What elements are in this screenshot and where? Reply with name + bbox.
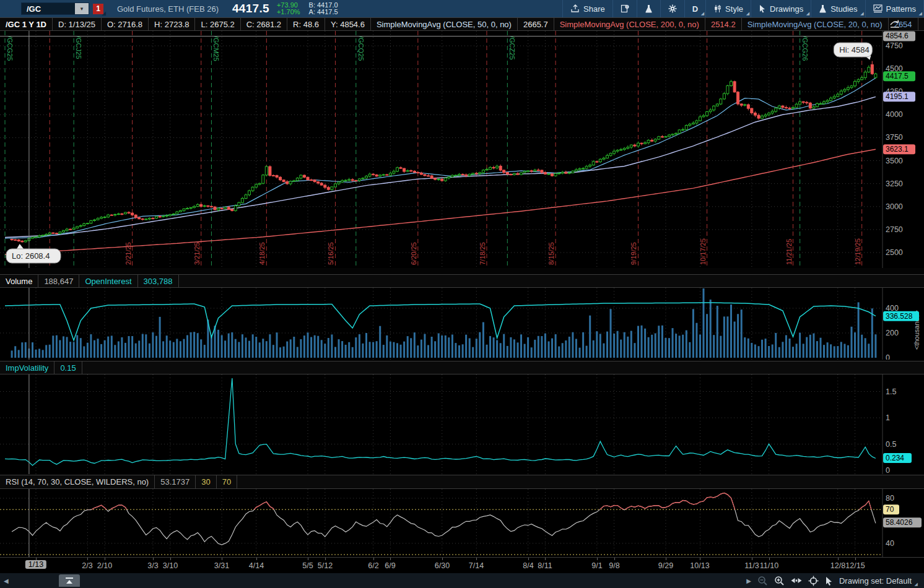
candle — [799, 102, 801, 104]
volume-bar — [183, 339, 185, 358]
pointer-icon[interactable] — [825, 576, 833, 586]
report-button[interactable]: ! — [612, 0, 637, 17]
volume-header-cell[interactable]: Volume — [0, 275, 38, 287]
candle — [310, 180, 313, 181]
zoom-in-icon[interactable] — [774, 576, 785, 586]
candle — [572, 171, 574, 173]
rsi-svg[interactable]: 80407058.4026 — [0, 489, 924, 557]
drawings-button[interactable]: Drawings◢ — [751, 0, 811, 17]
volume-bar — [52, 335, 54, 358]
volume-bar — [49, 345, 51, 358]
impvol-header-cell[interactable]: ImpVolatility — [0, 361, 54, 374]
volume-bar — [686, 331, 687, 358]
symbol-text[interactable]: /GC — [22, 4, 75, 14]
main-chart-svg[interactable]: /GCG25/GCJ25/GCM25/GCQ25/GCZ25/GCG262/21… — [0, 31, 924, 268]
candle — [341, 181, 344, 182]
volume-bar — [641, 326, 643, 358]
volume-bar — [661, 326, 663, 358]
candle — [14, 240, 17, 240]
volume-bar — [517, 342, 519, 358]
rsi-chart[interactable]: 80407058.4026 — [0, 489, 924, 557]
symbol-input[interactable]: /GC ▾ — [21, 2, 89, 15]
time-tick — [752, 558, 752, 560]
volume-bar — [843, 344, 845, 358]
volume-bar — [637, 326, 639, 358]
volume-bar — [713, 335, 715, 358]
timeframe-button[interactable]: D◢ — [684, 0, 705, 17]
volume-bar — [840, 342, 842, 358]
settings-button[interactable] — [660, 0, 684, 17]
candle — [813, 107, 815, 108]
candle — [358, 179, 360, 181]
chart-header-cell[interactable]: /GC 1 Y 1D — [0, 18, 53, 30]
volume-bar — [513, 339, 515, 358]
change-percent: +1.70% — [277, 9, 300, 15]
expand-panel-tab[interactable] — [59, 574, 80, 587]
volume-bar — [624, 332, 625, 358]
volume-bar — [186, 335, 188, 358]
candle — [658, 137, 660, 139]
impvolatility-chart[interactable]: 1.510.500.234 — [0, 374, 924, 474]
candle — [702, 116, 705, 117]
volume-bar — [66, 337, 68, 358]
candle — [59, 232, 61, 234]
patterns-button[interactable]: Patterns◢ — [865, 0, 924, 17]
chart-maximize-icon[interactable] — [889, 19, 903, 29]
candle — [461, 175, 464, 175]
drawing-set-selector[interactable]: Drawing set: Default◢ — [839, 576, 918, 586]
candle — [94, 220, 96, 220]
candle — [396, 168, 399, 171]
symbol-dropdown-button[interactable]: ▾ — [75, 3, 89, 14]
pan-horizontal-icon[interactable] — [791, 576, 802, 585]
candle — [327, 188, 329, 189]
studies-button[interactable]: Studies◢ — [811, 0, 865, 17]
time-axis-label: 8/4 — [523, 561, 533, 570]
analyze-button[interactable] — [637, 0, 660, 17]
alert-badge[interactable]: 1◢ — [93, 4, 103, 14]
candle — [496, 166, 499, 168]
volume-bar — [630, 331, 632, 358]
rsi-header-cell[interactable]: RSI (14, 70, 30, CLOSE, WILDERS, no) — [0, 475, 155, 488]
impvol-svg[interactable]: 1.510.500.234 — [0, 374, 924, 474]
time-tick — [528, 558, 529, 560]
volume-bar — [868, 344, 870, 358]
candle — [193, 207, 196, 208]
volume-bar — [269, 334, 271, 358]
scroll-left-icon[interactable]: ◀ — [4, 577, 9, 584]
candle — [537, 170, 539, 171]
candle — [162, 216, 165, 217]
volume-bar — [603, 344, 604, 358]
volume-bar — [155, 336, 157, 358]
candle — [723, 93, 725, 99]
share-button[interactable]: Share — [562, 0, 612, 17]
svg-text:58.4026: 58.4026 — [886, 518, 913, 527]
volume-bar — [359, 334, 360, 358]
time-axis-label: 6/30 — [435, 561, 450, 570]
style-button[interactable]: Style◢ — [705, 0, 751, 17]
scroll-right-icon[interactable]: ▶ — [746, 577, 751, 584]
main-price-chart[interactable]: /GCG25/GCJ25/GCM25/GCQ25/GCZ25/GCG262/21… — [0, 31, 924, 268]
volume-bar — [737, 314, 739, 358]
contract-roll-label: /GCG25 — [6, 36, 14, 61]
crosshair-icon[interactable] — [808, 576, 819, 586]
volume-bar — [534, 340, 536, 358]
zoom-out-icon[interactable] — [757, 576, 768, 586]
volume-header-cell: 188,647 — [38, 275, 79, 287]
candle — [76, 227, 79, 228]
expiry-label: 8/15/25 — [547, 242, 555, 265]
time-axis[interactable]: 1/132/32/103/33/103/314/145/55/126/26/96… — [0, 557, 924, 573]
candle — [730, 82, 733, 86]
volume-chart[interactable]: 4002000<thousands>336.528 — [0, 288, 924, 360]
volume-svg[interactable]: 4002000<thousands>336.528 — [0, 288, 924, 360]
candle — [375, 175, 378, 176]
volume-header-row: Volume188,647OpenInterest303,788 — [0, 274, 924, 288]
chart-header-cell: D: 1/13/25 — [53, 18, 102, 30]
volume-bar — [703, 288, 705, 358]
candle — [809, 103, 811, 108]
volume-bar — [644, 329, 646, 358]
time-tick — [325, 558, 326, 560]
volume-bar — [231, 332, 233, 358]
candle — [48, 233, 51, 234]
candle — [775, 108, 777, 111]
impvol-axis-label: 0 — [886, 466, 890, 474]
